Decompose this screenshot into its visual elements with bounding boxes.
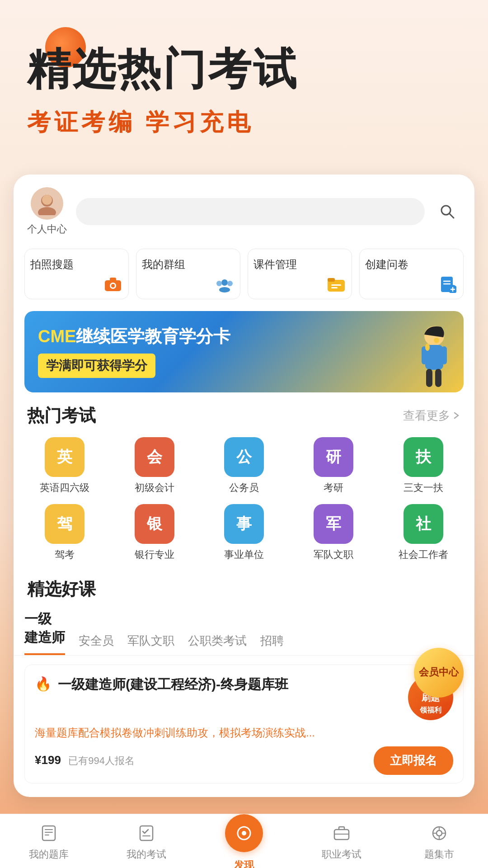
quick-action-questionnaire[interactable]: 创建问卷	[359, 249, 464, 299]
exam-item-military[interactable]: 军 军队文职	[289, 501, 378, 569]
exam-item-social[interactable]: 社 社会工作者	[379, 501, 468, 569]
course-title: 一级建造师(建设工程经济)-终身题库班	[58, 675, 402, 694]
course-desc: 海量题库配合模拟卷做冲刺训练助攻，模拟考场演练实战...	[35, 725, 453, 741]
member-center-label: 会员中心	[419, 666, 459, 679]
exam-grid-row1: 英 英语四六级 会 初级会计 公 公务员 研 考研 扶 三支一扶	[14, 434, 474, 502]
svg-point-30	[434, 338, 439, 343]
avatar-area[interactable]: 个人中心	[27, 187, 67, 236]
quick-action-courseware[interactable]: 课件管理	[248, 249, 352, 299]
tab-military-civil[interactable]: 军队文职	[127, 633, 174, 655]
store-icon	[427, 821, 451, 845]
svg-rect-15	[331, 284, 341, 286]
quick-action-photo[interactable]: 拍照搜题	[24, 249, 129, 299]
exam-icon-driving: 驾	[45, 504, 84, 544]
exam-icon-social: 社	[404, 504, 443, 544]
tab-safety[interactable]: 安全员	[79, 633, 114, 655]
hot-exams-more[interactable]: 查看更多	[403, 408, 461, 424]
top-bar: 个人中心	[14, 175, 474, 241]
exam-item-driving[interactable]: 驾 驾考	[20, 501, 109, 569]
nav-my-exam[interactable]: 我的考试	[98, 821, 195, 861]
svg-rect-26	[441, 346, 447, 364]
exam-icon-military: 军	[314, 504, 353, 544]
camera-icon	[103, 276, 123, 292]
exam-icon-accounting: 会	[135, 437, 174, 477]
exam-item-sanzhi[interactable]: 扶 三支一扶	[379, 434, 468, 502]
member-center-button[interactable]: 会员中心	[414, 648, 464, 698]
nav-question-store[interactable]: 题集市	[390, 821, 488, 861]
exam-icon	[135, 821, 158, 845]
hot-exams-title: 热门考试	[27, 404, 96, 427]
exam-label-bank: 银行专业	[135, 548, 174, 561]
exam-item-institution[interactable]: 事 事业单位	[199, 501, 289, 569]
exam-label-civil: 公务员	[229, 481, 259, 495]
svg-point-42	[436, 830, 442, 836]
svg-point-11	[227, 281, 233, 286]
main-card: 个人中心 拍照搜题 我的群组	[14, 175, 474, 797]
exam-label-social: 社会工作者	[399, 548, 448, 561]
course-tabs: 一级建造师 安全员 军队文职 公职类考试 招聘	[14, 608, 474, 656]
search-button[interactable]	[434, 198, 461, 225]
quick-action-photo-label: 拍照搜题	[30, 257, 74, 272]
nav-my-library-label: 我的题库	[29, 848, 69, 861]
page-main-title: 精选热门考试	[27, 45, 461, 93]
svg-point-12	[219, 287, 230, 292]
exam-label-english: 英语四六级	[40, 481, 89, 495]
nav-discover-label: 发现	[234, 859, 254, 868]
svg-rect-8	[110, 278, 116, 281]
svg-rect-14	[328, 278, 335, 282]
exam-label-military: 军队文职	[314, 548, 353, 561]
course-price-area: ¥199 已有994人报名	[35, 753, 135, 768]
book-icon	[37, 821, 61, 845]
quick-action-group[interactable]: 我的群组	[136, 249, 240, 299]
fire-icon: 🔥	[35, 676, 52, 692]
exam-item-accounting[interactable]: 会 初级会计	[109, 434, 199, 502]
svg-point-2	[42, 195, 52, 205]
exam-item-bank[interactable]: 银 银行专业	[109, 501, 199, 569]
svg-rect-35	[140, 826, 153, 840]
svg-point-29	[425, 344, 430, 351]
avatar	[31, 187, 63, 220]
selected-courses-title: 精选好课	[27, 578, 96, 601]
svg-point-38	[242, 831, 246, 835]
banner-text: CME继续医学教育学分卡 学满即可获得学分	[38, 325, 450, 378]
svg-point-7	[111, 284, 115, 288]
quick-action-group-label: 我的群组	[142, 257, 185, 272]
nav-my-library[interactable]: 我的题库	[0, 821, 98, 861]
nav-career-exam[interactable]: 职业考试	[293, 821, 390, 861]
course-students: 已有994人报名	[68, 755, 135, 766]
exam-item-graduate[interactable]: 研 考研	[289, 434, 378, 502]
cme-banner[interactable]: CME继续医学教育学分卡 学满即可获得学分	[24, 311, 464, 392]
svg-rect-31	[42, 826, 55, 840]
exam-label-driving: 驾考	[55, 548, 75, 561]
briefcase-icon	[330, 821, 353, 845]
svg-line-4	[449, 213, 454, 218]
tab-public-exam[interactable]: 公职类考试	[188, 633, 247, 655]
tab-first-constructor[interactable]: 一级建造师	[24, 610, 65, 655]
banner-figure	[396, 320, 459, 392]
folder-icon	[326, 276, 346, 292]
svg-point-9	[221, 279, 228, 286]
tab-recruitment[interactable]: 招聘	[260, 633, 284, 655]
bottom-nav: 我的题库 我的考试 发现 职业考试	[0, 814, 488, 868]
search-input[interactable]	[76, 198, 425, 225]
avatar-label: 个人中心	[27, 222, 67, 236]
nav-my-exam-label: 我的考试	[127, 848, 166, 861]
course-price: ¥199	[35, 753, 61, 767]
exam-icon-sanzhi: 扶	[404, 437, 443, 477]
svg-rect-28	[435, 369, 441, 387]
nav-discover[interactable]: 发现	[195, 811, 293, 868]
add-doc-icon	[438, 276, 458, 292]
exam-item-english[interactable]: 英 英语四六级	[20, 434, 109, 502]
banner-title: CME继续医学教育学分卡	[38, 325, 450, 348]
course-card-header: 🔥 一级建造师(建设工程经济)-终身题库班 组队刷题领福利	[35, 675, 453, 720]
exam-label-graduate: 考研	[324, 481, 343, 495]
nav-question-store-label: 题集市	[424, 848, 454, 861]
enroll-button[interactable]: 立即报名	[374, 746, 453, 775]
exam-label-institution: 事业单位	[224, 548, 264, 561]
discover-center-button[interactable]	[225, 814, 263, 852]
exam-icon-bank: 银	[135, 504, 174, 544]
header-section: 精选热门考试 考证考编 学习充电	[0, 0, 488, 156]
svg-point-10	[216, 281, 222, 286]
exam-item-civil[interactable]: 公 公务员	[199, 434, 289, 502]
exam-label-sanzhi: 三支一扶	[404, 481, 443, 495]
